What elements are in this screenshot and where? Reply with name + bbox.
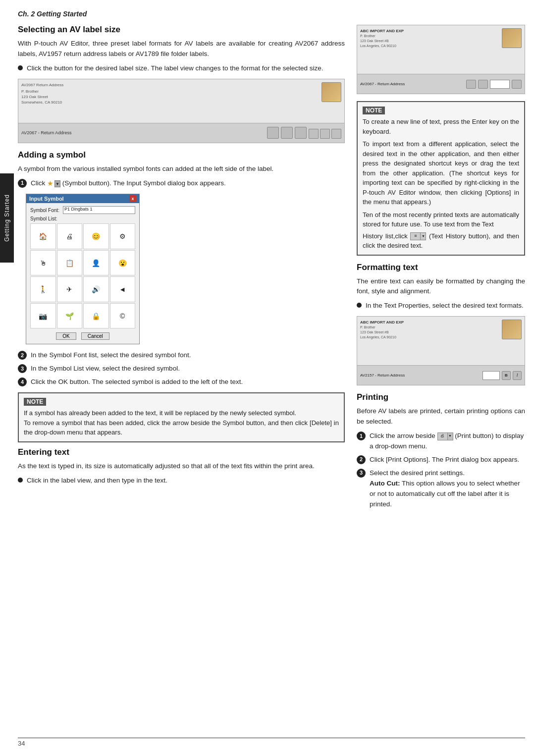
screen-photo: [321, 82, 341, 102]
symbol-cell: ◄: [110, 276, 136, 302]
adding-symbol-title: Adding a symbol: [18, 150, 345, 160]
list-item: Click in the label view, and then type i…: [18, 476, 345, 486]
screen-photo-right: [502, 28, 522, 48]
step3-text: In the Symbol List view, select the desi…: [31, 364, 180, 374]
step4-text: Click the OK button. The selected symbol…: [31, 377, 243, 387]
formatting-photo: [502, 320, 522, 339]
note-right-line4: History list,click ≡ ▼ (Text History but…: [363, 231, 519, 251]
dialog-titlebar: Input Symbol x: [26, 194, 139, 203]
dialog-buttons: OK Cancel: [30, 330, 135, 341]
note-text1: If a symbol has already been added to th…: [24, 408, 339, 418]
formatting-bullet: In the Text Properties, select the desir…: [366, 301, 524, 311]
list-item: Click the button for the desired label s…: [18, 63, 345, 74]
right-note-header: NOTE: [363, 107, 385, 114]
symbol-grid: 🏠 🖨 😊 ⚙ 🖱 📋 👤 😮 🚶 ✈ 🔊 ◄: [30, 223, 135, 328]
entering-text-bullet: Click in the label view, and then type i…: [27, 476, 167, 486]
font-dropdown[interactable]: P1 Dingbats 1: [63, 206, 135, 214]
note-header: NOTE: [24, 398, 46, 406]
cancel-button[interactable]: Cancel: [81, 332, 109, 340]
step1b-text: (Symbol button). The Input Symbol dialog…: [62, 179, 226, 187]
right-screenshot-top: ABC IMPORT AND EXP P. Brother 123 Oak St…: [357, 25, 525, 94]
note-right-line2: To import text from a different applicat…: [363, 139, 519, 207]
dialog-body: Symbol Font: P1 Dingbats 1 Symbol List: …: [26, 203, 139, 344]
side-tab: Getting Started: [0, 173, 14, 263]
input-symbol-dialog: Input Symbol x Symbol Font: P1 Dingbats …: [26, 194, 140, 344]
formatting-text-body: The entire text can easily be formatted …: [357, 276, 525, 297]
symbol-cell: 📷: [30, 303, 56, 329]
bullet-icon: [18, 65, 23, 70]
entering-text-title: Entering text: [18, 447, 345, 457]
print-step-2: 2 Click [Print Options]. The Print dialo…: [357, 455, 525, 465]
dropdown-arrow-icon: ▼: [54, 180, 60, 187]
symbol-cell: ⚙: [110, 223, 136, 249]
left-column: Selecting an AV label size With P-touch …: [18, 25, 345, 515]
symbol-cell: 😮: [110, 250, 136, 276]
symbol-cell: 👤: [83, 250, 109, 276]
chapter-header: Ch. 2 Getting Started: [18, 10, 525, 18]
font-label: Symbol Font:: [30, 208, 60, 213]
symbol-cell: 🏠: [30, 223, 56, 249]
av-label-screenshot: AV2067 Return Address P. Brother 123 Oak…: [18, 79, 345, 143]
text-history-button: ≡ ▼: [410, 232, 426, 240]
formatting-toolbar: AV2157 - Return Address B I: [357, 365, 525, 385]
note-right-line1: To create a new line of text, press the …: [363, 117, 519, 136]
step-3: 3 In the Symbol List view, select the de…: [18, 364, 345, 374]
selecting-av-body: With P-touch AV Editor, three preset lab…: [18, 39, 345, 59]
page-divider: [18, 738, 525, 738]
note-text2: To remove a symbol that has been added, …: [24, 418, 339, 437]
print-step3-text: Select the desired print settings.: [370, 469, 465, 477]
symbol-cell: 🖱: [30, 250, 56, 276]
selecting-av-title: Selecting an AV label size: [18, 25, 345, 35]
section-selecting-av: Selecting an AV label size With P-touch …: [18, 25, 345, 143]
dialog-title: Input Symbol: [29, 196, 64, 202]
print-step-1: 1 Click the arrow beside 🖨 ▼ (Print butt…: [357, 431, 525, 452]
selecting-av-bullet1: Click the button for the desired label s…: [27, 63, 323, 74]
screenshot-toolbar: AV2067 - Return Address: [18, 123, 344, 143]
side-tab-label: Getting Started: [3, 194, 10, 242]
symbol-cell: ✈: [57, 276, 83, 302]
page-number: 34: [18, 740, 25, 747]
dialog-close-icon: x: [129, 195, 136, 202]
symbol-cell: ©: [110, 303, 136, 329]
printing-body: Before AV labels are printed, certain pr…: [357, 406, 525, 427]
symbol-cell: 🖨: [57, 223, 83, 249]
step-4: 4 Click the OK button. The selected symb…: [18, 377, 345, 387]
step-1: 1 Click ★▼ (Symbol button). The Input Sy…: [18, 178, 345, 189]
symbol-star-icon: ★: [47, 178, 54, 189]
right-screenshot-toolbar: AV2067 - Return Address: [357, 74, 525, 94]
print-button-icon: 🖨 ▼: [437, 432, 453, 440]
right-column: ABC IMPORT AND EXP P. Brother 123 Oak St…: [357, 25, 525, 515]
ok-button[interactable]: OK: [56, 332, 76, 340]
adding-symbol-body: A symbol from the various installed symb…: [18, 164, 345, 174]
list-item: In the Text Properties, select the desir…: [357, 301, 525, 311]
printing-title: Printing: [357, 392, 525, 402]
symbol-cell: 🌱: [57, 303, 83, 329]
step2-text: In the Symbol Font list, select the desi…: [31, 350, 191, 361]
formatting-screenshot: ABC IMPORT AND EXP P. Brother 123 Oak St…: [357, 316, 525, 385]
section-adding-symbol: Adding a symbol A symbol from the variou…: [18, 150, 345, 442]
section-entering-text: Entering text As the text is typed in, i…: [18, 447, 345, 486]
print-step1-text: Click the arrow beside: [370, 432, 435, 439]
symbol-cell: 📋: [57, 250, 83, 276]
entering-text-body: As the text is typed in, its size is aut…: [18, 461, 345, 472]
right-note-box: NOTE To create a new line of text, press…: [357, 101, 525, 256]
auto-cut-label: Auto Cut:: [370, 480, 400, 487]
symbol-cell: 🔒: [83, 303, 109, 329]
font-row: Symbol Font: P1 Dingbats 1: [30, 206, 135, 214]
bullet-icon: [18, 478, 23, 483]
symbol-cell: 🔊: [83, 276, 109, 302]
step-2: 2 In the Symbol Font list, select the de…: [18, 350, 345, 361]
step1-click: Click: [31, 179, 45, 187]
print-step-3: 3 Select the desired print settings. Aut…: [357, 468, 525, 510]
section-formatting-text: Formatting text The entire text can easi…: [357, 263, 525, 386]
formatting-text-title: Formatting text: [357, 263, 525, 272]
symbol-cell: 😊: [83, 223, 109, 249]
print-step2-text: Click [Print Options]. The Print dialog …: [370, 455, 519, 465]
symbol-cell: 🚶: [30, 276, 56, 302]
adding-symbol-note: NOTE If a symbol has already been added …: [18, 392, 345, 442]
list-label: Symbol List:: [30, 216, 135, 221]
bullet-icon: [357, 303, 362, 308]
section-printing: Printing Before AV labels are printed, c…: [357, 392, 525, 509]
note-right-line3: Ten of the most recently printed texts a…: [363, 210, 519, 229]
